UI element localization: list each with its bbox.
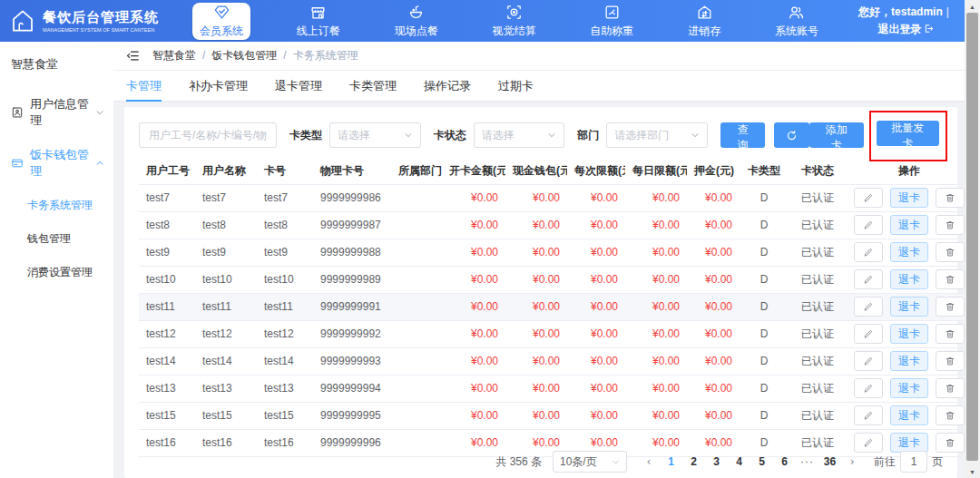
cell-card_no: test14 (257, 347, 313, 375)
logout-link[interactable]: 退出登录 (878, 23, 934, 35)
return-card-button[interactable]: 退卡 (890, 188, 928, 208)
edit-card-button[interactable] (854, 433, 883, 453)
return-card-button[interactable]: 退卡 (890, 297, 928, 317)
table-header-所属部门: 所属部门 (391, 158, 442, 184)
tab-操作记录[interactable]: 操作记录 (424, 71, 471, 101)
edit-card-button[interactable] (854, 351, 883, 371)
cell-deposit: ¥0.00 (687, 266, 740, 293)
nav-item-online[interactable]: 线上订餐 (289, 0, 348, 42)
search-button[interactable]: 查询 (720, 122, 765, 148)
tab-卡管理[interactable]: 卡管理 (126, 71, 162, 101)
prev-page-button[interactable]: ‹ (640, 455, 658, 468)
breadcrumb-separator: / (283, 49, 286, 62)
edit-card-button[interactable] (854, 269, 883, 289)
delete-card-button[interactable] (936, 324, 965, 344)
keyword-search-input[interactable] (139, 122, 277, 148)
page-number-5[interactable]: 5 (752, 455, 771, 468)
sidebar-item-钱包管理[interactable]: 钱包管理 (0, 222, 113, 256)
return-card-button[interactable]: 退卡 (890, 242, 928, 262)
brand: 餐饮后台管理系统 MANAGEMENT SYSTEM OF SMART CANT… (0, 0, 192, 42)
chevron-down-icon (691, 131, 700, 140)
card-status-select[interactable]: 请选择 (474, 122, 565, 148)
page-size-select[interactable]: 10条/页 (553, 451, 627, 473)
next-page-button[interactable]: › (843, 455, 861, 468)
page-number-1[interactable]: 1 (662, 455, 681, 468)
delete-card-button[interactable] (936, 242, 965, 262)
table-header-row: 用户工号用户名称卡号物理卡号所属部门开卡金额(元)现金钱包(元)每次限额(元)每… (139, 158, 972, 184)
delete-card-button[interactable] (936, 351, 965, 371)
edit-card-button[interactable] (854, 215, 883, 235)
delete-card-button[interactable] (936, 188, 965, 208)
breadcrumb-item[interactable]: 智慧食堂 (152, 49, 196, 62)
sidebar-menu-user-info[interactable]: 用户信息管理 (0, 87, 113, 138)
table-row: test12test12test129999999992¥0.00¥0.00¥0… (139, 320, 972, 347)
chevron-down-icon (95, 108, 104, 117)
refresh-button[interactable] (774, 122, 809, 148)
delete-card-button[interactable] (936, 405, 965, 425)
return-card-button[interactable]: 退卡 (890, 324, 928, 344)
edit-card-button[interactable] (854, 378, 883, 398)
tab-退卡管理[interactable]: 退卡管理 (275, 71, 322, 101)
app-logo-house-icon (9, 7, 36, 34)
return-card-button[interactable]: 退卡 (890, 405, 928, 425)
cell-per_limit: ¥0.00 (567, 375, 625, 402)
cell-per_limit: ¥0.00 (567, 266, 625, 293)
scrollbar-thumb[interactable] (966, 13, 978, 461)
cell-card_status: 已认证 (789, 211, 847, 239)
cell-card_no: test11 (257, 293, 313, 320)
department-select[interactable]: 请选择部门 (606, 122, 708, 148)
return-card-button[interactable]: 退卡 (890, 351, 928, 371)
table-header-开卡金额(元): 开卡金额(元) (442, 158, 505, 184)
delete-card-button[interactable] (936, 433, 965, 453)
page-number-4[interactable]: 4 (730, 455, 749, 468)
tab-卡类管理[interactable]: 卡类管理 (349, 71, 397, 101)
batch-issue-card-button[interactable]: 批量发卡 (877, 121, 939, 146)
edit-card-button[interactable] (854, 188, 883, 208)
main-area: 智慧食堂/饭卡钱包管理/卡务系统管理 卡管理补办卡管理退卡管理卡类管理操作记录过… (113, 42, 965, 478)
breadcrumb-item[interactable]: 饭卡钱包管理 (211, 49, 277, 62)
cell-per_limit: ¥0.00 (567, 402, 625, 429)
delete-card-button[interactable] (936, 215, 965, 235)
vertical-scrollbar[interactable]: ▲ ▼ (965, 0, 980, 478)
card-status-label: 卡状态 (434, 128, 466, 143)
sidebar-menu-card-wallet[interactable]: 饭卡钱包管理 (0, 138, 113, 189)
sidebar-item-卡务系统管理[interactable]: 卡务系统管理 (0, 189, 113, 222)
edit-icon (863, 219, 874, 230)
edit-card-button[interactable] (854, 405, 883, 425)
cell-card_status: 已认证 (789, 347, 847, 375)
add-card-button[interactable]: 添加卡 (809, 122, 864, 148)
edit-card-button[interactable] (854, 242, 883, 262)
nav-item-dinein[interactable]: 现场点餐 (387, 0, 446, 42)
nav-item-weigh[interactable]: 自助称重 (582, 0, 642, 42)
delete-card-button[interactable] (936, 378, 965, 398)
goto-page-input[interactable] (900, 451, 927, 473)
trash-icon (945, 437, 956, 448)
nav-item-inventory[interactable]: 进销存 (680, 0, 729, 42)
sidebar-menu-label: 饭卡钱包管理 (30, 147, 89, 180)
return-card-button[interactable]: 退卡 (890, 215, 928, 235)
tab-过期卡[interactable]: 过期卡 (498, 71, 534, 101)
return-card-button[interactable]: 退卡 (890, 378, 928, 398)
nav-item-member[interactable]: 会员系统 (192, 3, 250, 40)
edit-card-button[interactable] (854, 324, 883, 344)
return-card-button[interactable]: 退卡 (890, 269, 928, 289)
sidebar-item-消费设置管理[interactable]: 消费设置管理 (0, 256, 113, 289)
sidebar-collapse-icon[interactable] (126, 49, 140, 63)
edit-card-button[interactable] (854, 297, 883, 317)
scroll-down-icon[interactable]: ▼ (965, 465, 980, 478)
return-card-button[interactable]: 退卡 (890, 433, 928, 453)
content-area: 卡类型 请选择 卡状态 请选择 部门 请选择部门 (113, 102, 965, 478)
scroll-up-icon[interactable]: ▲ (965, 0, 980, 13)
delete-card-button[interactable] (936, 269, 965, 289)
page-number-6[interactable]: 6 (775, 455, 794, 468)
page-number-36[interactable]: 36 (820, 455, 839, 468)
nav-item-vision[interactable]: 视觉结算 (484, 0, 544, 42)
page-number-2[interactable]: 2 (684, 455, 703, 468)
edit-icon (863, 410, 874, 421)
nav-item-account[interactable]: 系统账号 (767, 0, 827, 42)
delete-card-button[interactable] (936, 297, 965, 317)
tab-补办卡管理[interactable]: 补办卡管理 (189, 71, 248, 101)
card-type-select[interactable]: 请选择 (329, 122, 421, 148)
cell-card_status: 已认证 (789, 293, 847, 320)
page-number-3[interactable]: 3 (707, 455, 726, 468)
